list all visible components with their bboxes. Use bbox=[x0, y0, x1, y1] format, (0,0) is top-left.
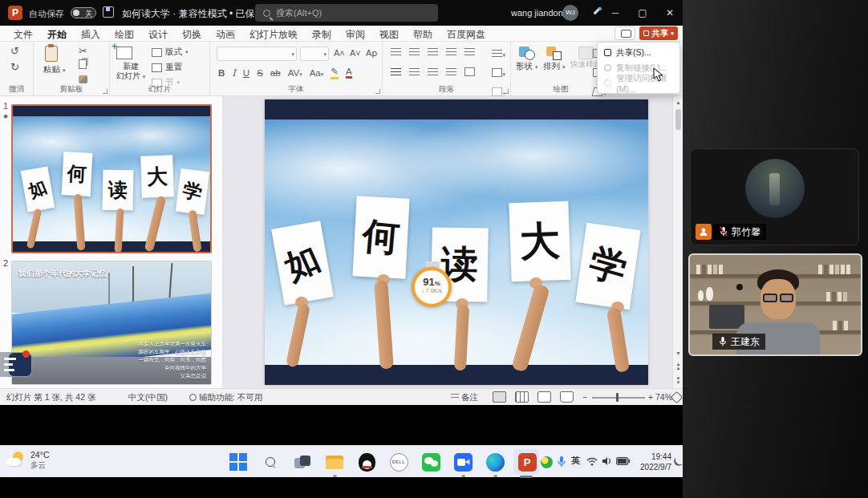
task-view-button[interactable] bbox=[292, 451, 313, 472]
antivirus-tray-icon[interactable] bbox=[541, 456, 553, 468]
file-explorer-button[interactable] bbox=[324, 451, 345, 472]
weather-widget[interactable]: 24°C 多云 bbox=[6, 450, 49, 470]
wechat-button[interactable] bbox=[420, 451, 441, 472]
autosave-toggle[interactable]: 关 bbox=[71, 7, 96, 18]
new-slide-button[interactable]: 新建 幻灯片 ▾ bbox=[116, 47, 145, 81]
layout-button[interactable]: 版式 ▾ bbox=[152, 47, 189, 58]
text-direction-button[interactable]: ▾ bbox=[492, 46, 505, 60]
participant-tile-2[interactable]: 王建东 bbox=[688, 253, 862, 356]
participant-tile-1[interactable]: 郭竹馨 bbox=[690, 148, 859, 245]
user-avatar[interactable]: WJ bbox=[562, 5, 578, 21]
decrease-indent-button[interactable] bbox=[428, 48, 438, 56]
share-button[interactable]: 共享 ▾ bbox=[639, 26, 678, 40]
undo-button[interactable]: ↺ bbox=[10, 45, 19, 57]
strikethrough-button[interactable]: S bbox=[257, 68, 263, 78]
notes-button[interactable]: 备注 bbox=[451, 392, 478, 403]
arrange-icon bbox=[546, 47, 562, 61]
wifi-icon[interactable] bbox=[586, 457, 598, 466]
align-left-button[interactable] bbox=[391, 68, 401, 76]
tray-expand-chevron[interactable]: ^ bbox=[528, 455, 532, 464]
grow-font-button[interactable]: A˄ bbox=[334, 48, 345, 58]
search-input[interactable]: 搜索(Alt+Q) bbox=[255, 4, 438, 22]
numbering-button[interactable] bbox=[409, 48, 420, 56]
overlay-percent: 91 bbox=[423, 276, 434, 288]
font-size-select[interactable]: ▾ bbox=[300, 47, 329, 61]
accessibility-status[interactable]: 辅助功能: 不可用 bbox=[189, 392, 262, 403]
comments-button[interactable] bbox=[614, 26, 635, 40]
increase-indent-button[interactable] bbox=[446, 48, 456, 56]
align-center-button[interactable] bbox=[409, 68, 420, 76]
network-status-badge[interactable]: 91% ↓ 7.0K/s bbox=[412, 267, 452, 307]
cut-button[interactable]: ✂ bbox=[79, 45, 87, 57]
start-button[interactable] bbox=[228, 451, 249, 472]
input-language-indicator[interactable]: 英 bbox=[571, 455, 580, 467]
columns-button[interactable] bbox=[464, 67, 475, 76]
underline-button[interactable]: U bbox=[243, 68, 249, 78]
group-label-clipboard: 剪贴板 bbox=[34, 84, 109, 95]
clock[interactable]: 19:44 2022/9/7 bbox=[636, 451, 671, 472]
char-spacing-button[interactable]: AV▾ bbox=[288, 68, 302, 78]
bullets-button[interactable] bbox=[391, 48, 401, 56]
vertical-scrollbar[interactable]: ▲ ▼ ▲▲ ▼▼ bbox=[672, 96, 683, 388]
new-slide-icon bbox=[116, 47, 132, 59]
current-slide[interactable]: 如 何 读 大 学 bbox=[265, 99, 648, 385]
share-menu-item-share[interactable]: 共享(S)... bbox=[598, 45, 679, 60]
zoom-slider-thumb[interactable] bbox=[616, 393, 619, 402]
scrollbar-thumb[interactable] bbox=[675, 109, 681, 130]
zoom-in-button[interactable]: + bbox=[648, 392, 653, 402]
maximize-button[interactable]: ▢ bbox=[631, 0, 655, 26]
draw-pen-icon[interactable] bbox=[591, 7, 602, 18]
reading-view-button[interactable] bbox=[537, 391, 551, 403]
shrink-font-button[interactable]: A˅ bbox=[350, 48, 361, 58]
zoom-out-button[interactable]: − bbox=[582, 392, 587, 402]
font-name-select[interactable]: ▾ bbox=[217, 47, 297, 61]
minimize-button[interactable]: ─ bbox=[603, 0, 627, 26]
redo-button[interactable]: ↻ bbox=[10, 61, 19, 73]
line-spacing-button[interactable] bbox=[464, 48, 475, 56]
justify-button[interactable] bbox=[446, 68, 456, 76]
shapes-button[interactable]: 形状 ▾ bbox=[516, 47, 537, 72]
powerpoint-taskbar-button[interactable]: P bbox=[517, 451, 537, 472]
arrange-button[interactable]: 排列 ▾ bbox=[543, 47, 565, 72]
user-name[interactable]: wang jiandong bbox=[511, 8, 568, 18]
double-strike-button[interactable]: ab bbox=[270, 68, 281, 78]
align-text-button[interactable]: ▾ bbox=[492, 65, 505, 79]
background-camera bbox=[736, 284, 743, 290]
zoom-level[interactable]: 74% bbox=[655, 392, 672, 402]
qq-button[interactable] bbox=[356, 451, 377, 472]
battery-icon[interactable] bbox=[616, 457, 630, 465]
powerpoint-app-icon[interactable]: P bbox=[8, 6, 22, 20]
paste-button[interactable]: 粘贴 ▾ bbox=[45, 46, 65, 75]
font-color-button[interactable]: A bbox=[346, 67, 352, 79]
slideshow-view-button[interactable] bbox=[560, 391, 574, 403]
language-status[interactable]: 中文(中国) bbox=[128, 392, 168, 403]
normal-view-button[interactable] bbox=[493, 391, 506, 403]
bold-button[interactable]: B bbox=[218, 68, 225, 78]
clear-formatting-button[interactable]: A𝗉 bbox=[366, 48, 377, 59]
slide-sorter-view-button[interactable] bbox=[515, 391, 529, 403]
zoom-slider[interactable] bbox=[592, 397, 645, 399]
floating-list-widget[interactable] bbox=[0, 352, 32, 377]
slide-thumbnail-2[interactable]: 我们那个年代的大学记忆 很多人上大学才第一次坐火车 拥挤的车厢里，心随火车奔驰 … bbox=[11, 261, 212, 385]
change-case-button[interactable]: Aa▾ bbox=[310, 68, 324, 78]
format-painter-button[interactable] bbox=[79, 75, 87, 83]
highlight-color-button[interactable]: ✎ bbox=[331, 66, 339, 79]
dell-button[interactable]: DELL bbox=[388, 451, 409, 472]
reset-button[interactable]: 重置 bbox=[152, 62, 182, 73]
meeting-app-button[interactable] bbox=[452, 451, 473, 472]
slide-thumbnail-1[interactable]: 如 何 读 大 学 bbox=[11, 104, 212, 253]
person-icon bbox=[699, 227, 708, 237]
slide-thumbnail-panel: 1 ★ 如 何 读 大 学 bbox=[0, 96, 223, 388]
align-right-button[interactable] bbox=[428, 68, 438, 76]
italic-button[interactable]: I bbox=[232, 67, 236, 79]
copy-button[interactable] bbox=[79, 59, 87, 69]
share-menu-item-manage-access[interactable]: 管理访问权限(M)... bbox=[598, 75, 679, 91]
microphone-tray-icon[interactable] bbox=[557, 455, 566, 468]
save-icon[interactable] bbox=[103, 6, 114, 18]
speaker-icon[interactable] bbox=[602, 456, 612, 466]
edge-button[interactable] bbox=[485, 451, 505, 472]
close-button[interactable]: ✕ bbox=[658, 0, 682, 26]
fit-slide-to-window-button[interactable] bbox=[671, 391, 683, 404]
slide-counter[interactable]: 幻灯片 第 1 张, 共 42 张 bbox=[6, 392, 95, 403]
taskbar-search-button[interactable] bbox=[260, 451, 281, 472]
